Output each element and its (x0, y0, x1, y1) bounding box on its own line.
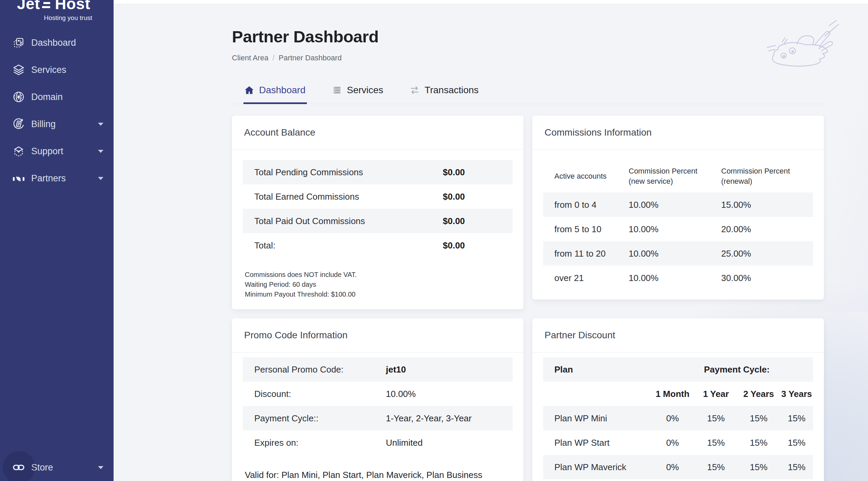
chevron-down-icon (98, 466, 103, 469)
breadcrumb-current: Partner Dashboard (279, 54, 342, 62)
cell-new-service: 10.00% (629, 200, 721, 210)
sidebar-item-services[interactable]: Services (0, 56, 114, 83)
cell-renewal: 30.00% (721, 273, 813, 283)
table-row: Total Paid Out Commissions $0.00 (243, 209, 513, 233)
sidebar-menu: Dashboard Services Domain (0, 29, 114, 192)
cell-discount: 15% (737, 438, 780, 448)
sidebar-item-dashboard[interactable]: Dashboard (0, 29, 114, 56)
column-header: 3 Years (780, 389, 813, 399)
cell-discount: 15% (737, 462, 780, 473)
sidebar: Jet Host Hosting you trust Dashboard (0, 0, 114, 481)
tab-label: Dashboard (259, 85, 305, 96)
sidebar-item-support[interactable]: Support (0, 138, 114, 165)
services-icon (12, 63, 25, 76)
cell-discount: 15% (780, 438, 813, 448)
table-row: Plan WP Maverick 0% 15% 15% 15% (543, 455, 813, 479)
sidebar-item-label: Billing (31, 120, 56, 129)
home-icon (244, 85, 254, 95)
cell-discount: 0% (650, 462, 695, 473)
card-title: Promo Code Information (244, 330, 511, 341)
row-label: Total Earned Commissions (254, 192, 359, 202)
row-label: Personal Promo Code: (254, 364, 386, 375)
cell-range: from 11 to 20 (554, 248, 629, 259)
column-header: 1 Month (650, 389, 695, 399)
cell-range: from 0 to 4 (554, 200, 629, 210)
sidebar-item-partners[interactable]: Partners (0, 165, 114, 192)
tab-transactions[interactable]: Transactions (410, 85, 478, 104)
logo-text-host: Host (55, 0, 90, 13)
chevron-down-icon (98, 177, 103, 180)
note-line: Commissions does NOT include VAT. (245, 270, 511, 280)
cell-renewal: 25.00% (721, 248, 813, 259)
tab-dashboard[interactable]: Dashboard (244, 85, 305, 104)
sidebar-item-label: Partners (31, 174, 66, 183)
table-header-row: 1 Month 1 Year 2 Years 3 Years (543, 382, 813, 406)
cell-discount: 15% (695, 413, 737, 424)
table-header-row: Plan Payment Cycle: (543, 357, 813, 382)
table-row: Plan WP Mini 0% 15% 15% 15% (543, 406, 813, 430)
row-label: Total Pending Commissions (254, 167, 363, 178)
promo-valid-for-note: Valid for: Plan Mini, Plan Start, Plan M… (243, 455, 513, 481)
chevron-down-icon (98, 150, 103, 153)
breadcrumb-separator: / (273, 54, 275, 62)
tab-label: Services (347, 85, 383, 96)
card-title: Partner Discount (545, 330, 812, 341)
row-label: Payment Cycle:: (254, 413, 386, 424)
dashboard-icon (12, 36, 25, 49)
commission-notes: Commissions does NOT include VAT. Waitin… (243, 258, 513, 300)
cell-new-service: 10.00% (629, 248, 721, 259)
table-row: from 11 to 20 10.00% 25.00% (543, 241, 813, 266)
logo-text-jet: Jet (17, 0, 40, 13)
row-value: $0.00 (443, 167, 501, 178)
diving-creature-doodle-illustration (765, 20, 851, 74)
cell-range: from 5 to 10 (554, 224, 629, 235)
table-row: from 5 to 10 10.00% 20.00% (543, 217, 813, 241)
cell-discount: 15% (737, 413, 780, 424)
cell-discount: 15% (780, 462, 813, 473)
server-icon (332, 85, 342, 95)
cell-discount: 0% (650, 438, 695, 448)
tab-services[interactable]: Services (332, 85, 383, 104)
sidebar-item-label: Support (31, 147, 63, 156)
table-row: Discount: 10.00% (243, 382, 513, 406)
row-label: Total: (254, 240, 275, 251)
promo-code-card: Promo Code Information Personal Promo Co… (232, 318, 524, 481)
row-label: Expires on: (254, 438, 386, 448)
column-header: Commission Percent (renewal) (721, 166, 797, 186)
partners-icon (12, 172, 25, 185)
brand-tagline: Hosting you trust (17, 14, 92, 22)
cell-new-service: 10.00% (629, 224, 721, 235)
table-row: Total Earned Commissions $0.00 (243, 184, 513, 209)
cell-plan: Plan WP Mini (554, 413, 650, 424)
cell-plan: Plan WP Maverick (554, 462, 650, 473)
sidebar-item-store[interactable]: Store (0, 454, 114, 481)
brand-logo[interactable]: Jet Host Hosting you trust (0, 0, 97, 22)
table-row: from 0 to 4 10.00% 15.00% (543, 193, 813, 217)
sidebar-item-label: Dashboard (31, 38, 76, 47)
cell-new-service: 10.00% (629, 273, 721, 283)
commissions-information-card: Commissions Information Active accounts … (532, 116, 824, 300)
table-row: over 21 10.00% 30.00% (543, 266, 813, 290)
sidebar-item-billing[interactable]: Billing (0, 111, 114, 138)
card-title: Account Balance (244, 127, 511, 138)
billing-icon (12, 118, 25, 131)
row-value: 1-Year, 2-Year, 3-Year (386, 413, 472, 424)
column-header-payment-cycle: Payment Cycle: (650, 364, 813, 375)
table-row: Payment Cycle:: 1-Year, 2-Year, 3-Year (243, 406, 513, 430)
note-line: Waiting Period: 60 days (245, 280, 511, 289)
breadcrumb-client-area[interactable]: Client Area (232, 54, 269, 62)
table-row: Total Pending Commissions $0.00 (243, 160, 513, 184)
main-area: Partner Dashboard Client Area / Partner … (114, 0, 868, 481)
column-header: 1 Year (695, 389, 737, 399)
partner-discount-card: Partner Discount Plan Payment Cycle: 1 M… (532, 318, 824, 481)
cell-discount: 15% (695, 462, 737, 473)
table-row: Total: $0.00 (243, 233, 513, 258)
link-icon (12, 461, 25, 474)
tab-label: Transactions (425, 85, 478, 96)
cell-discount: 15% (780, 413, 813, 424)
cell-renewal: 20.00% (721, 224, 813, 235)
row-value: $0.00 (443, 192, 501, 202)
column-header: 2 Years (737, 389, 780, 399)
sidebar-item-domain[interactable]: Domain (0, 83, 114, 111)
table-row: Personal Promo Code: jet10 (243, 357, 513, 382)
